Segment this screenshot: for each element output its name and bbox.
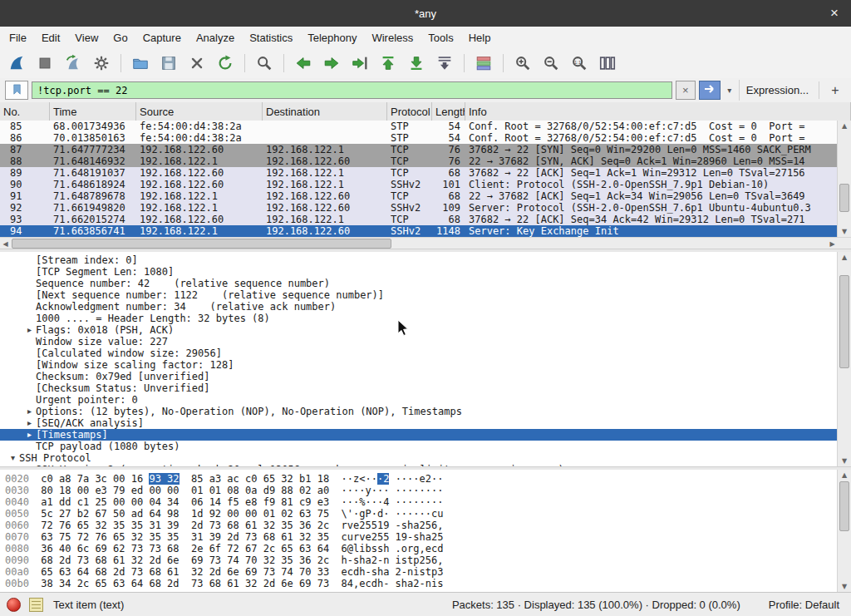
scrollbar-thumb[interactable] — [839, 184, 849, 212]
detail-line[interactable]: TCP payload (1080 bytes) — [0, 441, 838, 452]
detail-line[interactable]: [Window size scaling factor: 128] — [0, 359, 838, 371]
hex-row-0080[interactable]: 0080 36 40 6c 69 62 73 73 68 2e 6f 72 67… — [0, 543, 838, 554]
scroll-up-icon[interactable]: ▲ — [838, 252, 851, 263]
window-close-button[interactable]: × — [824, 0, 844, 27]
menu-view[interactable]: View — [67, 28, 106, 47]
zoom-original-button[interactable]: 1:1 — [568, 52, 591, 75]
packet-row-94[interactable]: 9471.663856741192.168.122.1192.168.122.6… — [0, 225, 838, 237]
scroll-up-icon[interactable]: ▲ — [838, 121, 851, 131]
scroll-down-icon[interactable]: ▼ — [838, 226, 851, 237]
expression-button[interactable]: Expression... — [739, 80, 815, 101]
hex-row-0050[interactable]: 0050 5c 27 b2 67 50 ad 64 98 1d 92 00 00… — [0, 508, 838, 520]
expander-icon[interactable]: ▸ — [23, 406, 36, 417]
packet-row-87[interactable]: 8771.647777234192.168.122.60192.168.122.… — [0, 144, 838, 155]
column-header-time[interactable]: Time — [50, 102, 136, 121]
close-file-button[interactable] — [185, 52, 209, 75]
packet-list-hscrollbar[interactable]: ◀ ▶ — [0, 237, 838, 249]
hex-row-0070[interactable]: 0070 63 75 72 76 65 32 35 35 31 39 2d 73… — [0, 531, 838, 543]
scroll-up-icon[interactable]: ▲ — [838, 470, 851, 480]
detail-line[interactable]: Window size value: 227 — [0, 336, 838, 347]
filter-clear-button[interactable]: × — [676, 81, 696, 100]
packet-row-91[interactable]: 9171.648789678192.168.122.1192.168.122.6… — [0, 190, 838, 202]
details-scrollbar[interactable]: ▲ ▼ — [837, 252, 851, 466]
scroll-left-icon[interactable]: ◀ — [0, 238, 11, 249]
filter-bookmark-button[interactable] — [5, 81, 28, 100]
hex-row-00b0[interactable]: 00b0 38 34 2c 65 63 64 68 2d 73 68 61 32… — [0, 578, 838, 589]
stop-capture-button[interactable] — [33, 52, 57, 75]
colorize-button[interactable] — [472, 52, 495, 75]
packet-row-88[interactable]: 8871.648146932192.168.122.1192.168.122.6… — [0, 155, 838, 167]
menu-wireless[interactable]: Wireless — [364, 28, 421, 47]
auto-scroll-button[interactable] — [433, 52, 456, 75]
detail-line[interactable]: Urgent pointer: 0 — [0, 394, 838, 406]
zoom-out-button[interactable] — [539, 52, 563, 75]
menu-tools[interactable]: Tools — [421, 28, 460, 47]
hex-row-0030[interactable]: 0030 80 18 00 e3 79 ed 00 00 01 01 08 0a… — [0, 485, 838, 496]
menu-telephony[interactable]: Telephony — [300, 28, 364, 47]
expander-icon[interactable]: ▾ — [7, 452, 19, 464]
detail-line[interactable]: ▸[SEQ/ACK analysis] — [0, 417, 838, 429]
display-filter-input[interactable]: !tcp.port == 22 — [32, 81, 672, 99]
find-packet-button[interactable] — [253, 52, 276, 75]
column-header-source[interactable]: Source — [136, 102, 263, 121]
detail-line[interactable]: ▸Options: (12 bytes), No-Operation (NOP)… — [0, 406, 838, 417]
scrollbar-thumb[interactable] — [839, 275, 849, 368]
expander-icon[interactable]: ▸ — [23, 417, 36, 429]
hscrollbar-thumb[interactable] — [12, 239, 391, 249]
save-file-button[interactable] — [157, 52, 180, 75]
detail-line[interactable]: [Stream index: 0] — [0, 254, 838, 266]
column-header-destination[interactable]: Destination — [263, 102, 387, 121]
go-first-button[interactable] — [376, 52, 400, 75]
column-header-no[interactable]: No. — [0, 102, 50, 121]
detail-line[interactable]: [TCP Segment Len: 1080] — [0, 266, 838, 278]
detail-line[interactable]: Sequence number: 42 (relative sequence n… — [0, 278, 838, 289]
restart-capture-button[interactable] — [61, 52, 85, 75]
menu-go[interactable]: Go — [106, 28, 135, 47]
filter-apply-button[interactable] — [699, 81, 721, 100]
hex-row-00a0[interactable]: 00a0 65 63 64 68 2d 73 68 61 32 2d 6e 69… — [0, 566, 838, 578]
scroll-down-icon[interactable]: ▼ — [838, 456, 851, 466]
column-header-protocol[interactable]: Protocol — [387, 102, 432, 121]
detail-line[interactable]: Acknowledgment number: 34 (relative ack … — [0, 301, 838, 313]
hex-row-0090[interactable]: 0090 68 2d 73 68 61 32 2d 6e 69 73 74 70… — [0, 554, 838, 566]
detail-line[interactable]: ▸Flags: 0x018 (PSH, ACK) — [0, 324, 838, 336]
expert-info-icon[interactable] — [7, 598, 21, 612]
menu-capture[interactable]: Capture — [135, 28, 189, 47]
scroll-down-icon[interactable]: ▼ — [838, 581, 851, 592]
go-forward-button[interactable] — [320, 52, 343, 75]
packet-row-89[interactable]: 8971.648191037192.168.122.60192.168.122.… — [0, 167, 838, 179]
detail-line[interactable]: ▸[Timestamps] — [0, 429, 838, 441]
go-last-button[interactable] — [405, 52, 428, 75]
detail-line[interactable]: [Next sequence number: 1122 (relative se… — [0, 289, 838, 301]
start-capture-button[interactable] — [5, 52, 28, 75]
column-header-info[interactable]: Info — [465, 102, 851, 121]
menu-statistics[interactable]: Statistics — [242, 28, 300, 47]
filter-dropdown-button[interactable]: ▾ — [724, 81, 735, 99]
add-filter-button[interactable]: + — [819, 81, 844, 99]
scroll-right-icon[interactable]: ▶ — [827, 238, 838, 249]
detail-line[interactable]: 1000 .... = Header Length: 32 bytes (8) — [0, 313, 838, 324]
menu-edit[interactable]: Edit — [34, 28, 67, 47]
expander-icon[interactable]: ▸ — [23, 324, 36, 336]
packet-row-86[interactable]: 8670.013850163fe:54:00:d4:38:2aSTP54Conf… — [0, 132, 838, 144]
packet-row-92[interactable]: 9271.661949820192.168.122.1192.168.122.6… — [0, 202, 838, 214]
packet-row-90[interactable]: 9071.648618924192.168.122.60192.168.122.… — [0, 179, 838, 190]
menu-help[interactable]: Help — [461, 28, 499, 47]
go-to-packet-button[interactable] — [348, 52, 371, 75]
hex-row-0060[interactable]: 0060 72 76 65 32 35 35 31 39 2d 73 68 61… — [0, 520, 838, 531]
detail-line[interactable]: [Checksum Status: Unverified] — [0, 382, 838, 394]
resize-columns-button[interactable] — [596, 52, 619, 75]
reload-button[interactable] — [214, 52, 237, 75]
capture-comment-icon[interactable] — [29, 598, 43, 612]
hex-scrollbar[interactable]: ▲ ▼ — [837, 470, 851, 592]
detail-line[interactable]: ▾SSH Protocol — [0, 452, 838, 464]
packet-row-85[interactable]: 8568.001734936fe:54:00:d4:38:2aSTP54Conf… — [0, 121, 838, 132]
packet-list-scrollbar[interactable]: ▲ ▼ — [837, 121, 851, 237]
capture-options-button[interactable] — [90, 52, 113, 75]
menu-file[interactable]: File — [2, 28, 34, 47]
packet-row-93[interactable]: 9371.662015274192.168.122.60192.168.122.… — [0, 214, 838, 225]
go-back-button[interactable] — [292, 52, 315, 75]
expander-icon[interactable]: ▸ — [23, 429, 36, 441]
column-header-length[interactable]: Length — [432, 102, 465, 121]
hex-row-0020[interactable]: 0020 c0 a8 7a 3c 00 16 93 32 85 a3 ac c0… — [0, 473, 838, 485]
